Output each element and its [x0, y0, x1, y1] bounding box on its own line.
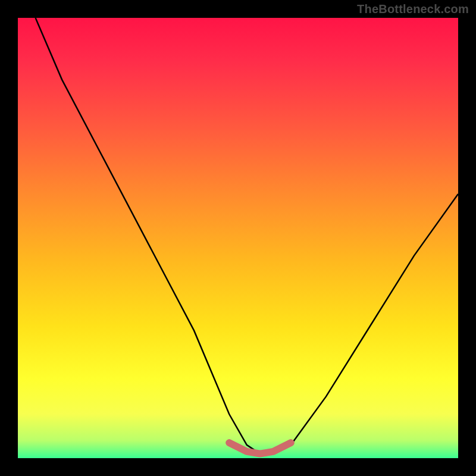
highlight-band [229, 443, 291, 454]
plot-area [18, 18, 458, 458]
bottleneck-curve [36, 18, 458, 454]
chart-svg [18, 18, 458, 458]
watermark-text: TheBottleneck.com [357, 2, 469, 16]
chart-frame: TheBottleneck.com [0, 0, 476, 476]
